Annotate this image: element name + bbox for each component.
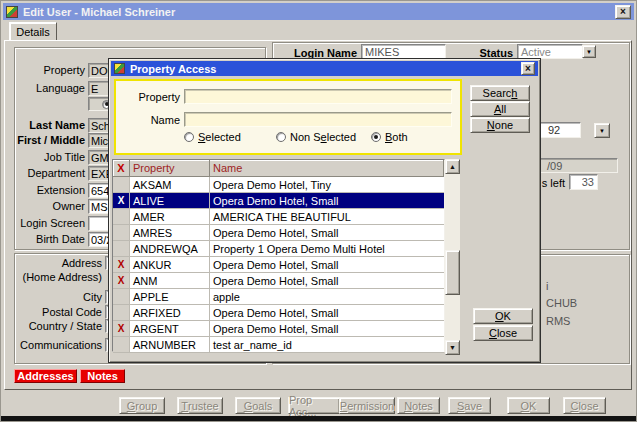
window-bottom-edge: [1, 416, 637, 422]
all-button[interactable]: All: [470, 101, 530, 117]
row-name-cell[interactable]: Property 1 Opera Demo Multi Hotel: [210, 241, 444, 256]
dialog-ok-button[interactable]: OK: [473, 308, 533, 324]
property-search-input[interactable]: [184, 89, 452, 104]
row-flag-cell[interactable]: [113, 337, 130, 352]
row-property-cell[interactable]: ARFIXED: [130, 305, 210, 320]
name-search-input[interactable]: [184, 112, 452, 127]
row-name-cell[interactable]: AMERICA THE BEAUTIFUL: [210, 209, 444, 224]
row-property-cell[interactable]: ALIVE: [130, 193, 210, 208]
row-name-cell[interactable]: Opera Demo Hotel, Small: [210, 273, 444, 288]
table-row[interactable]: ARNUMBERtest ar_name_id: [113, 337, 444, 353]
row-name-cell[interactable]: Opera Demo Hotel, Small: [210, 225, 444, 240]
row-flag-cell[interactable]: [113, 177, 130, 192]
row-name-cell[interactable]: Opera Demo Hotel, Tiny: [210, 177, 444, 192]
dialog-titlebar[interactable]: Property Access ×: [111, 61, 538, 76]
footer-button-trustee[interactable]: Trustee: [177, 397, 223, 414]
radio-selected[interactable]: Selected: [184, 131, 241, 143]
none-button[interactable]: None: [470, 117, 530, 133]
edit-user-window: Edit User - Michael Schreiner × Details …: [0, 0, 637, 422]
property-search-label: Property: [120, 91, 180, 103]
radio-button-icon[interactable]: [371, 132, 381, 142]
row-name-cell[interactable]: Opera Demo Hotel, Small: [210, 305, 444, 320]
dialog-title: Property Access: [130, 63, 216, 75]
row-property-cell[interactable]: AMRES: [130, 225, 210, 240]
row-flag-cell[interactable]: [113, 241, 130, 256]
table-row[interactable]: XANMOpera Demo Hotel, Small: [113, 273, 444, 289]
row-flag-cell[interactable]: [113, 209, 130, 224]
row-flag-cell[interactable]: [113, 289, 130, 304]
covered-text-fragment: i: [546, 280, 548, 292]
row-property-cell[interactable]: ARGENT: [130, 321, 210, 336]
table-row[interactable]: ARFIXEDOpera Demo Hotel, Small: [113, 305, 444, 321]
search-panel: Property Name SelectedNon SelectedBoth: [114, 79, 462, 155]
table-row[interactable]: AMERAMERICA THE BEAUTIFUL: [113, 209, 444, 225]
search-button[interactable]: Search: [470, 85, 530, 101]
table-scrollbar[interactable]: ▲ ▼: [445, 159, 460, 355]
radio-label: Both: [385, 131, 408, 143]
radio-button-icon[interactable]: [184, 132, 194, 142]
header-property-column: Property: [130, 160, 210, 176]
covered-text-fragment: CHUB: [546, 297, 577, 309]
scroll-up-icon[interactable]: ▲: [445, 159, 460, 174]
footer-button-group[interactable]: Group: [119, 397, 165, 414]
table-row[interactable]: ANDREWQAProperty 1 Opera Demo Multi Hote…: [113, 241, 444, 257]
table-header-row: X Property Name: [113, 160, 444, 177]
dialog-close-button[interactable]: Close: [473, 325, 533, 341]
row-property-cell[interactable]: ANKUR: [130, 257, 210, 272]
row-name-cell[interactable]: Opera Demo Hotel, Small: [210, 321, 444, 336]
footer-button-ok[interactable]: OK: [507, 397, 550, 414]
row-name-cell[interactable]: Opera Demo Hotel, Small: [210, 257, 444, 272]
row-flag-cell[interactable]: [113, 225, 130, 240]
property-table: X Property Name AKSAMOpera Demo Hotel, T…: [112, 159, 445, 352]
footer-button-notes[interactable]: Notes: [397, 397, 440, 414]
row-property-cell[interactable]: APPLE: [130, 289, 210, 304]
row-flag-cell[interactable]: X: [113, 257, 130, 272]
row-property-cell[interactable]: AMER: [130, 209, 210, 224]
property-table-body: AKSAMOpera Demo Hotel, TinyXALIVEOpera D…: [113, 177, 444, 353]
row-flag-cell[interactable]: X: [113, 193, 130, 208]
table-row[interactable]: XALIVEOpera Demo Hotel, Small: [113, 193, 444, 209]
row-flag-cell[interactable]: [113, 305, 130, 320]
table-row[interactable]: AKSAMOpera Demo Hotel, Tiny: [113, 177, 444, 193]
header-name-column: Name: [210, 160, 444, 176]
property-access-dialog: Property Access × Property Name Selected…: [108, 58, 541, 363]
footer-button-prop-acc[interactable]: Prop Acc...: [288, 397, 340, 414]
scroll-down-icon[interactable]: ▼: [445, 340, 460, 355]
radio-label: Selected: [198, 131, 241, 143]
radio-both[interactable]: Both: [371, 131, 408, 143]
row-property-cell[interactable]: AKSAM: [130, 177, 210, 192]
row-property-cell[interactable]: ANDREWQA: [130, 241, 210, 256]
footer-button-goals[interactable]: Goals: [235, 397, 281, 414]
row-flag-cell[interactable]: X: [113, 321, 130, 336]
radio-non-selected[interactable]: Non Selected: [276, 131, 356, 143]
footer-button-close[interactable]: Close: [563, 397, 606, 414]
radio-label: Non Selected: [290, 131, 356, 143]
row-name-cell[interactable]: test ar_name_id: [210, 337, 444, 352]
row-property-cell[interactable]: ANM: [130, 273, 210, 288]
footer-button-permission[interactable]: Permission: [339, 397, 395, 414]
scrollbar-thumb[interactable]: [445, 250, 460, 295]
row-flag-cell[interactable]: X: [113, 273, 130, 288]
row-property-cell[interactable]: ARNUMBER: [130, 337, 210, 352]
table-row[interactable]: XANKUROpera Demo Hotel, Small: [113, 257, 444, 273]
covered-text-fragment: RMS: [546, 315, 570, 327]
header-flag-column: X: [113, 160, 130, 176]
radio-button-icon[interactable]: [276, 132, 286, 142]
table-row[interactable]: XARGENTOpera Demo Hotel, Small: [113, 321, 444, 337]
name-search-label: Name: [120, 114, 180, 126]
footer-button-save[interactable]: Save: [448, 397, 491, 414]
table-row[interactable]: AMRESOpera Demo Hotel, Small: [113, 225, 444, 241]
dialog-close-icon[interactable]: ×: [521, 62, 535, 75]
row-name-cell[interactable]: apple: [210, 289, 444, 304]
dialog-icon: [114, 63, 125, 74]
row-name-cell[interactable]: Opera Demo Hotel, Small: [210, 193, 444, 208]
table-row[interactable]: APPLEapple: [113, 289, 444, 305]
